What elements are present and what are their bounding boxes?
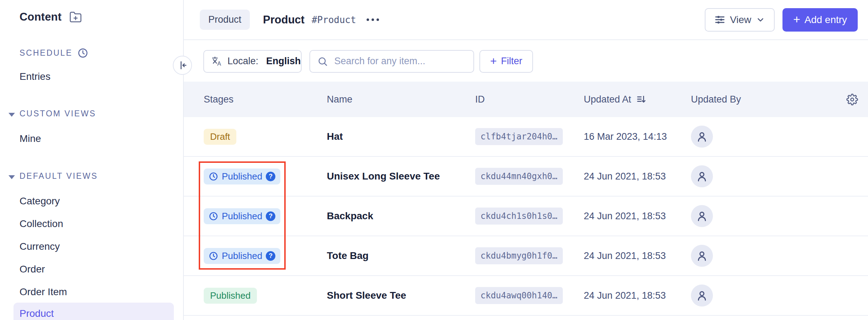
column-header-stages: Stages — [204, 94, 327, 105]
sidebar-item-currency[interactable]: Currency — [20, 241, 60, 252]
view-button[interactable]: View — [705, 8, 775, 32]
chevron-down-icon[interactable] — [9, 175, 15, 179]
sidebar-item-entries[interactable]: Entries — [20, 71, 50, 82]
custom-views-section-header[interactable]: CUSTOM VIEWS — [20, 109, 96, 118]
clock-icon — [209, 211, 218, 221]
more-options-icon[interactable] — [366, 15, 380, 24]
help-icon[interactable] — [266, 251, 275, 261]
page-header: Product Product #Product View + Add e — [184, 0, 868, 40]
search-icon — [317, 56, 328, 67]
updated-at-value: 24 Jun 2021, 18:53 — [584, 250, 691, 261]
column-header-updated-at[interactable]: Updated At — [584, 94, 691, 105]
table-row[interactable]: Published Short Sleeve Tee ckdu4awq00h14… — [184, 276, 868, 316]
entry-name: Unisex Long Sleeve Tee — [327, 171, 475, 182]
table-row[interactable]: Draft Hat clfb4tjar204h0… 16 Mar 2023, 1… — [184, 117, 868, 157]
locale-value: English — [266, 56, 301, 67]
stage-badge-published-pending: Published — [204, 248, 280, 264]
sidebar-item-order[interactable]: Order — [20, 264, 45, 275]
help-icon[interactable] — [266, 172, 275, 181]
filter-button[interactable]: + Filter — [479, 50, 533, 73]
chevron-down-icon — [756, 15, 765, 24]
entry-name: Tote Bag — [327, 250, 475, 261]
add-entry-button[interactable]: + Add entry — [782, 8, 858, 32]
model-tag: #Product — [312, 15, 356, 25]
gear-icon[interactable] — [846, 94, 858, 105]
entry-id-chip: ckdu44mn40gxh0… — [475, 168, 563, 185]
table-body: Draft Hat clfb4tjar204h0… 16 Mar 2023, 1… — [184, 117, 868, 316]
stage-badge-published: Published — [204, 288, 257, 304]
translate-icon: A — [211, 56, 223, 67]
avatar — [691, 126, 713, 148]
sidebar-item-product-active[interactable]: Product — [13, 303, 174, 320]
entry-id-chip: ckdu4bmyg0h1f0… — [475, 247, 563, 264]
stage-badge-draft: Draft — [204, 129, 236, 145]
stage-label: Published — [210, 290, 251, 301]
sidebar-item-order-item[interactable]: Order Item — [20, 286, 67, 298]
updated-at-value: 24 Jun 2021, 18:53 — [584, 211, 691, 222]
add-entry-label: Add entry — [804, 14, 847, 26]
entry-id-chip: clfb4tjar204h0… — [475, 128, 563, 145]
plus-icon: + — [793, 13, 800, 25]
avatar — [691, 165, 713, 187]
column-header-name: Name — [327, 94, 475, 105]
search-box — [309, 50, 474, 73]
stage-badge-published-pending: Published — [204, 169, 280, 184]
schedule-section-header[interactable]: SCHEDULE — [20, 48, 88, 59]
help-icon[interactable] — [266, 211, 275, 221]
view-button-label: View — [730, 14, 751, 26]
sort-descending-icon[interactable] — [636, 94, 647, 105]
stage-label: Published — [222, 211, 262, 222]
locale-label: Locale: — [227, 56, 258, 67]
stage-label: Published — [222, 250, 262, 261]
avatar — [691, 245, 713, 267]
sidebar-item-label: Product — [20, 308, 54, 319]
default-views-label: DEFAULT VIEWS — [20, 171, 98, 181]
stage-badge-published-pending: Published — [204, 208, 280, 224]
sidebar-title: Content — [20, 11, 61, 23]
page-title: Product — [263, 13, 304, 26]
entry-id-chip: ckdu4ch1s0h1s0… — [475, 208, 563, 225]
stage-label: Draft — [210, 131, 230, 142]
list-toolbar: A Locale: English + Filter — [184, 41, 868, 82]
chevron-down-icon[interactable] — [9, 113, 15, 117]
table-row[interactable]: Published Unisex Long Sleeve Tee ckdu44m… — [184, 157, 868, 197]
entry-name: Hat — [327, 131, 475, 142]
add-folder-icon[interactable] — [69, 11, 82, 23]
plus-icon: + — [490, 55, 497, 67]
entry-id-chip: ckdu4awq00h140… — [475, 287, 563, 304]
content-sidebar: Content SCHEDULE Entries CUSTOM VIEWS Mi… — [0, 0, 184, 320]
avatar — [691, 205, 713, 227]
sidebar-item-category[interactable]: Category — [20, 195, 60, 207]
sidebar-item-mine[interactable]: Mine — [20, 133, 41, 144]
stage-label: Published — [222, 171, 262, 182]
svg-text:A: A — [217, 61, 221, 67]
column-header-label: Updated At — [584, 94, 631, 105]
avatar — [691, 285, 713, 307]
column-header-updated-by: Updated By — [691, 94, 827, 105]
sliders-icon — [714, 14, 725, 25]
table-row[interactable]: Published Backpack ckdu4ch1s0h1s0… 24 Ju… — [184, 197, 868, 236]
collapse-sidebar-button[interactable] — [173, 56, 192, 75]
clock-icon — [77, 48, 88, 59]
locale-selector[interactable]: A Locale: English — [203, 50, 302, 73]
breadcrumb[interactable]: Product — [200, 10, 250, 30]
schedule-label: SCHEDULE — [20, 48, 72, 58]
custom-views-label: CUSTOM VIEWS — [20, 109, 96, 118]
table-settings[interactable] — [827, 94, 868, 105]
default-views-section-header[interactable]: DEFAULT VIEWS — [20, 171, 98, 181]
entry-name: Short Sleeve Tee — [327, 290, 475, 301]
updated-at-value: 16 Mar 2023, 14:13 — [584, 131, 691, 142]
clock-icon — [209, 172, 218, 181]
sidebar-item-collection[interactable]: Collection — [20, 218, 63, 230]
table-header: Stages Name ID Updated At Updated By — [184, 82, 868, 117]
updated-at-value: 24 Jun 2021, 18:53 — [584, 290, 691, 301]
column-header-id: ID — [475, 94, 584, 105]
clock-icon — [209, 251, 218, 261]
filter-label: Filter — [501, 56, 522, 67]
search-input[interactable] — [334, 55, 466, 67]
table-row[interactable]: Published Tote Bag ckdu4bmyg0h1f0… 24 Ju… — [184, 236, 868, 276]
updated-at-value: 24 Jun 2021, 18:53 — [584, 171, 691, 182]
sidebar-header: Content — [20, 11, 82, 23]
entry-name: Backpack — [327, 210, 475, 222]
